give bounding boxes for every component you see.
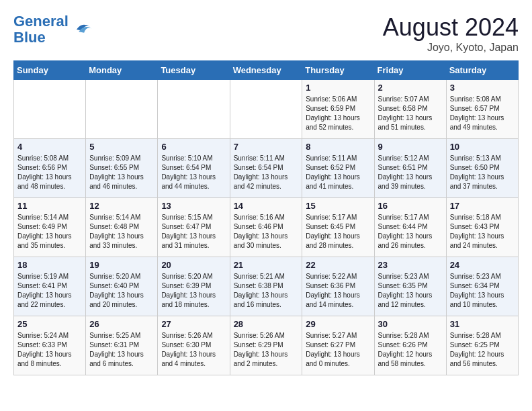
calendar-cell: 9Sunrise: 5:12 AM Sunset: 6:51 PM Daylig… [374,139,446,198]
calendar-cell: 21Sunrise: 5:21 AM Sunset: 6:38 PM Dayli… [230,257,302,316]
day-number: 24 [450,260,515,270]
calendar-cell [86,80,158,139]
day-info: Sunrise: 5:21 AM Sunset: 6:38 PM Dayligh… [234,272,299,310]
day-info: Sunrise: 5:14 AM Sunset: 6:49 PM Dayligh… [17,213,82,250]
day-info: Sunrise: 5:25 AM Sunset: 6:31 PM Dayligh… [89,331,154,369]
page-header: GeneralBlue August 2024 Joyo, Kyoto, Jap… [13,13,519,54]
weekday-header-thursday: Thursday [302,61,374,80]
day-info: Sunrise: 5:07 AM Sunset: 6:58 PM Dayligh… [378,95,443,132]
logo-icon [71,19,93,40]
calendar-table: SundayMondayTuesdayWednesdayThursdayFrid… [13,60,519,375]
day-number: 31 [450,319,515,329]
calendar-cell: 29Sunrise: 5:27 AM Sunset: 6:27 PM Dayli… [302,316,374,375]
calendar-week-row: 18Sunrise: 5:19 AM Sunset: 6:41 PM Dayli… [14,257,519,316]
day-number: 20 [161,260,226,270]
day-number: 13 [161,201,226,211]
calendar-cell: 13Sunrise: 5:15 AM Sunset: 6:47 PM Dayli… [158,198,230,257]
calendar-week-row: 1Sunrise: 5:06 AM Sunset: 6:59 PM Daylig… [14,80,519,139]
day-info: Sunrise: 5:27 AM Sunset: 6:27 PM Dayligh… [306,331,370,369]
calendar-cell: 23Sunrise: 5:23 AM Sunset: 6:35 PM Dayli… [374,257,446,316]
day-info: Sunrise: 5:28 AM Sunset: 6:26 PM Dayligh… [378,331,443,369]
day-info: Sunrise: 5:26 AM Sunset: 6:29 PM Dayligh… [234,331,299,369]
day-info: Sunrise: 5:26 AM Sunset: 6:30 PM Dayligh… [161,331,226,369]
calendar-cell: 14Sunrise: 5:16 AM Sunset: 6:46 PM Dayli… [230,198,302,257]
day-number: 26 [89,319,154,329]
day-number: 7 [234,142,299,152]
day-info: Sunrise: 5:19 AM Sunset: 6:41 PM Dayligh… [17,272,82,310]
title-block: August 2024 Joyo, Kyoto, Japan [383,13,519,54]
day-info: Sunrise: 5:14 AM Sunset: 6:48 PM Dayligh… [89,213,154,250]
day-info: Sunrise: 5:10 AM Sunset: 6:54 PM Dayligh… [161,154,226,191]
day-number: 6 [161,142,226,152]
day-info: Sunrise: 5:13 AM Sunset: 6:50 PM Dayligh… [450,154,515,191]
day-number: 10 [450,142,515,152]
day-number: 25 [17,319,82,329]
day-info: Sunrise: 5:11 AM Sunset: 6:52 PM Dayligh… [306,154,370,191]
day-info: Sunrise: 5:08 AM Sunset: 6:57 PM Dayligh… [450,95,515,132]
day-info: Sunrise: 5:12 AM Sunset: 6:51 PM Dayligh… [378,154,443,191]
day-info: Sunrise: 5:22 AM Sunset: 6:36 PM Dayligh… [306,272,370,310]
weekday-header-row: SundayMondayTuesdayWednesdayThursdayFrid… [14,61,519,80]
day-info: Sunrise: 5:16 AM Sunset: 6:46 PM Dayligh… [234,213,299,250]
day-info: Sunrise: 5:20 AM Sunset: 6:39 PM Dayligh… [161,272,226,310]
day-number: 8 [306,142,370,152]
logo: GeneralBlue [13,13,93,46]
weekday-header-sunday: Sunday [14,61,86,80]
calendar-cell: 5Sunrise: 5:09 AM Sunset: 6:55 PM Daylig… [86,139,158,198]
day-number: 30 [378,319,443,329]
calendar-cell: 1Sunrise: 5:06 AM Sunset: 6:59 PM Daylig… [302,80,374,139]
calendar-cell: 15Sunrise: 5:17 AM Sunset: 6:45 PM Dayli… [302,198,374,257]
calendar-week-row: 25Sunrise: 5:24 AM Sunset: 6:33 PM Dayli… [14,316,519,375]
day-info: Sunrise: 5:09 AM Sunset: 6:55 PM Dayligh… [89,154,154,191]
day-info: Sunrise: 5:06 AM Sunset: 6:59 PM Dayligh… [306,95,370,132]
day-info: Sunrise: 5:17 AM Sunset: 6:44 PM Dayligh… [378,213,443,250]
day-number: 28 [234,319,299,329]
day-number: 21 [234,260,299,270]
day-info: Sunrise: 5:11 AM Sunset: 6:54 PM Dayligh… [234,154,299,191]
day-info: Sunrise: 5:08 AM Sunset: 6:56 PM Dayligh… [17,154,82,191]
day-number: 1 [306,83,370,93]
calendar-week-row: 4Sunrise: 5:08 AM Sunset: 6:56 PM Daylig… [14,139,519,198]
day-info: Sunrise: 5:24 AM Sunset: 6:33 PM Dayligh… [17,331,82,369]
day-number: 2 [378,83,443,93]
day-number: 9 [378,142,443,152]
day-number: 3 [450,83,515,93]
day-info: Sunrise: 5:23 AM Sunset: 6:34 PM Dayligh… [450,272,515,310]
day-info: Sunrise: 5:23 AM Sunset: 6:35 PM Dayligh… [378,272,443,310]
calendar-cell: 7Sunrise: 5:11 AM Sunset: 6:54 PM Daylig… [230,139,302,198]
day-number: 27 [161,319,226,329]
day-number: 22 [306,260,370,270]
day-number: 5 [89,142,154,152]
calendar-cell: 19Sunrise: 5:20 AM Sunset: 6:40 PM Dayli… [86,257,158,316]
day-info: Sunrise: 5:20 AM Sunset: 6:40 PM Dayligh… [89,272,154,310]
calendar-cell: 25Sunrise: 5:24 AM Sunset: 6:33 PM Dayli… [14,316,86,375]
calendar-cell: 27Sunrise: 5:26 AM Sunset: 6:30 PM Dayli… [158,316,230,375]
weekday-header-wednesday: Wednesday [230,61,302,80]
logo-text: GeneralBlue [13,13,69,46]
calendar-cell [14,80,86,139]
weekday-header-saturday: Saturday [446,61,518,80]
calendar-week-row: 11Sunrise: 5:14 AM Sunset: 6:49 PM Dayli… [14,198,519,257]
day-number: 17 [450,201,515,211]
calendar-cell: 2Sunrise: 5:07 AM Sunset: 6:58 PM Daylig… [374,80,446,139]
calendar-cell: 22Sunrise: 5:22 AM Sunset: 6:36 PM Dayli… [302,257,374,316]
weekday-header-tuesday: Tuesday [158,61,230,80]
location: Joyo, Kyoto, Japan [383,42,519,54]
calendar-cell: 8Sunrise: 5:11 AM Sunset: 6:52 PM Daylig… [302,139,374,198]
calendar-cell: 4Sunrise: 5:08 AM Sunset: 6:56 PM Daylig… [14,139,86,198]
calendar-cell: 6Sunrise: 5:10 AM Sunset: 6:54 PM Daylig… [158,139,230,198]
day-number: 29 [306,319,370,329]
day-info: Sunrise: 5:15 AM Sunset: 6:47 PM Dayligh… [161,213,226,250]
day-number: 19 [89,260,154,270]
calendar-cell [230,80,302,139]
calendar-cell: 17Sunrise: 5:18 AM Sunset: 6:43 PM Dayli… [446,198,518,257]
day-number: 18 [17,260,82,270]
calendar-cell: 24Sunrise: 5:23 AM Sunset: 6:34 PM Dayli… [446,257,518,316]
calendar-cell: 11Sunrise: 5:14 AM Sunset: 6:49 PM Dayli… [14,198,86,257]
day-info: Sunrise: 5:17 AM Sunset: 6:45 PM Dayligh… [306,213,370,250]
day-number: 4 [17,142,82,152]
month-year: August 2024 [383,13,519,42]
day-number: 11 [17,201,82,211]
calendar-cell: 30Sunrise: 5:28 AM Sunset: 6:26 PM Dayli… [374,316,446,375]
day-info: Sunrise: 5:28 AM Sunset: 6:25 PM Dayligh… [450,331,515,369]
